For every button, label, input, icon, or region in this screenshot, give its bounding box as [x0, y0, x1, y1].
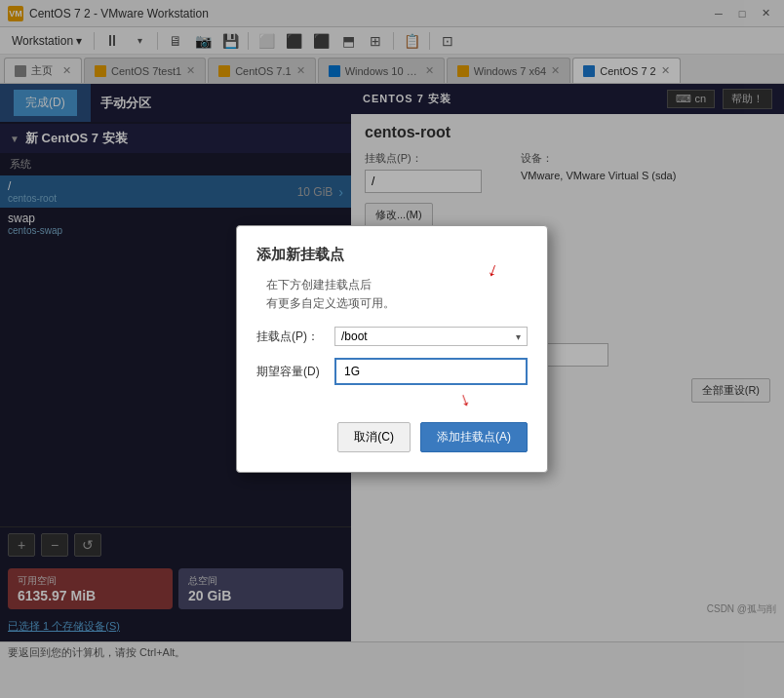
cancel-button[interactable]: 取消(C) [337, 422, 411, 452]
dialog-overlay: 添加新挂载点 ↓ 在下方创建挂载点后 有更多自定义选项可用。 挂载点(P)： /… [0, 0, 784, 698]
dialog-mount-label: 挂载点(P)： [256, 329, 334, 345]
mount-dropdown-value: /boot [341, 330, 516, 343]
mount-dropdown[interactable]: /boot ▾ [334, 327, 528, 346]
dialog-description-area: ↓ 在下方创建挂载点后 有更多自定义选项可用。 [256, 276, 528, 313]
dialog-actions: 取消(C) 添加挂载点(A) [256, 422, 528, 452]
dialog-capacity-input[interactable] [334, 358, 528, 385]
dialog-title: 添加新挂载点 [256, 246, 528, 264]
dialog-desc-text: 在下方创建挂载点后 有更多自定义选项可用。 [266, 278, 395, 310]
dialog-capacity-field: 期望容量(D) [256, 358, 528, 385]
dialog-description: 在下方创建挂载点后 有更多自定义选项可用。 [266, 276, 528, 313]
dialog-mount-field: 挂载点(P)： /boot ▾ [256, 327, 528, 346]
add-mount-point-dialog: 添加新挂载点 ↓ 在下方创建挂载点后 有更多自定义选项可用。 挂载点(P)： /… [236, 225, 548, 473]
arrow-2-icon: ↓ [455, 387, 472, 411]
mount-dropdown-arrow: ▾ [516, 331, 521, 342]
add-mount-point-button[interactable]: 添加挂载点(A) [420, 422, 528, 452]
dialog-capacity-label: 期望容量(D) [256, 364, 334, 380]
arrow-area: ↓ [256, 397, 528, 407]
